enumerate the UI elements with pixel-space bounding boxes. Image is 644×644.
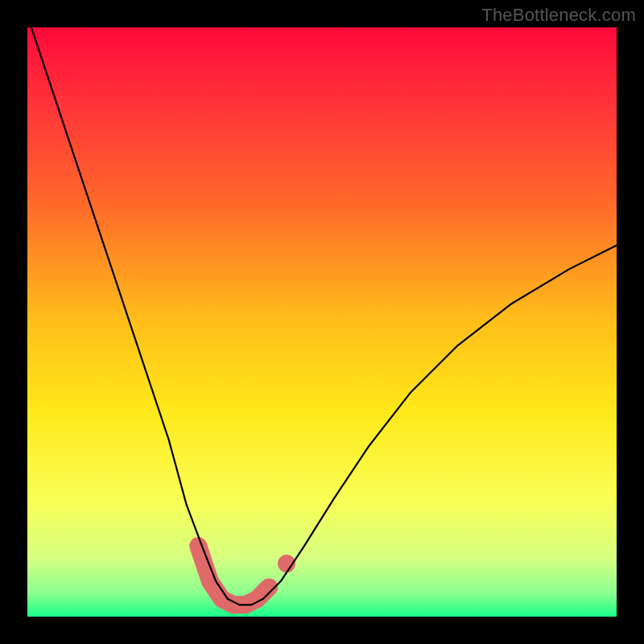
chart-svg bbox=[27, 27, 617, 617]
plot-area bbox=[27, 27, 617, 617]
chart-frame: TheBottleneck.com bbox=[0, 0, 644, 644]
gradient-background bbox=[27, 27, 617, 617]
watermark-text: TheBottleneck.com bbox=[481, 5, 636, 26]
